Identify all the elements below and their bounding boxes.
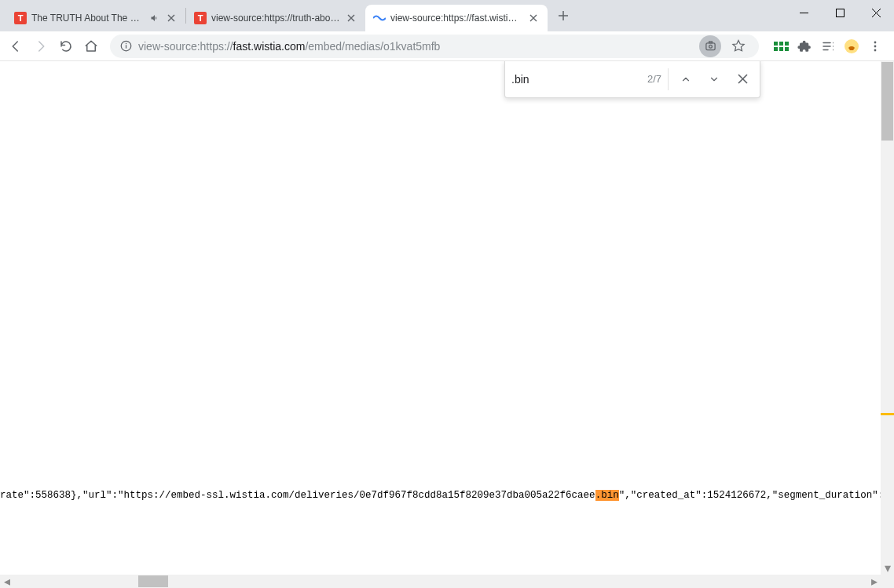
tab-1[interactable]: T The TRUTH About The Ketog <box>6 5 185 31</box>
toolbar: view-source:https://fast.wistia.com/embe… <box>0 31 894 61</box>
close-icon[interactable] <box>527 12 540 24</box>
home-button[interactable] <box>80 35 102 57</box>
source-code-line[interactable]: rate":558638},"url":"https://embed-ssl.w… <box>0 490 894 501</box>
tab-strip: T The TRUTH About The Ketog T view-sourc… <box>0 0 574 31</box>
omnibox-actions <box>699 35 749 57</box>
url-prefix: view-source:https:// <box>138 40 233 53</box>
bookmark-star-icon[interactable] <box>727 35 749 57</box>
scroll-left-arrow-icon[interactable]: ◂ <box>0 575 13 588</box>
extensions-area <box>767 37 889 56</box>
reload-button[interactable] <box>55 35 77 57</box>
lens-icon[interactable] <box>699 35 721 57</box>
find-in-page-bar: 2/7 <box>504 61 760 98</box>
new-tab-button[interactable] <box>552 5 574 27</box>
horizontal-scrollbar[interactable]: ◂ ▸ <box>0 575 881 588</box>
chrome-menu-icon[interactable] <box>866 37 885 56</box>
tab-title: The TRUTH About The Ketog <box>31 13 145 24</box>
tab-3-active[interactable]: view-source:https://fast.wistia.co <box>365 5 548 31</box>
favicon-t-icon: T <box>14 12 27 24</box>
scroll-down-arrow-icon[interactable]: ▾ <box>881 561 894 575</box>
minimize-button[interactable] <box>786 0 822 25</box>
findbar-scroll-marker <box>881 413 894 415</box>
close-window-button[interactable] <box>858 0 894 25</box>
close-icon[interactable] <box>165 12 178 24</box>
find-close-button[interactable] <box>731 68 753 90</box>
svg-point-8 <box>874 41 877 43</box>
svg-point-5 <box>709 45 712 48</box>
url-path: /embed/medias/o1kvat5mfb <box>305 40 440 53</box>
source-before: rate":558638},"url":"https://embed-ssl.w… <box>0 490 595 501</box>
back-button[interactable] <box>5 35 27 57</box>
favicon-wistia-icon <box>373 12 386 24</box>
audio-icon[interactable] <box>149 13 160 24</box>
vertical-scroll-thumb[interactable] <box>881 62 893 141</box>
find-input-wrap: 2/7 <box>511 73 661 86</box>
titlebar: T The TRUTH About The Ketog T view-sourc… <box>0 0 894 31</box>
window-controls <box>786 0 894 25</box>
browser-window: T The TRUTH About The Ketog T view-sourc… <box>0 0 894 588</box>
find-input[interactable] <box>511 73 606 86</box>
scroll-right-arrow-icon[interactable]: ▸ <box>867 575 881 588</box>
tab-2[interactable]: T view-source:https://truth-about- <box>186 5 365 31</box>
extensions-puzzle-icon[interactable] <box>795 37 814 56</box>
maximize-button[interactable] <box>822 0 858 25</box>
tab-title: view-source:https://fast.wistia.co <box>390 13 522 24</box>
page-content: 2/7 rate":558638},"url":"https://embed-s… <box>0 61 894 588</box>
reading-list-icon[interactable] <box>819 37 837 56</box>
svg-point-10 <box>874 49 877 51</box>
extension-dino-icon[interactable] <box>842 37 861 56</box>
omnibox[interactable]: view-source:https://fast.wistia.com/embe… <box>110 35 759 58</box>
find-prev-button[interactable] <box>675 68 697 90</box>
tab-title: view-source:https://truth-about- <box>211 13 340 24</box>
svg-point-9 <box>874 45 877 47</box>
url-text: view-source:https://fast.wistia.com/embe… <box>138 40 693 53</box>
find-match-count: 2/7 <box>647 73 661 85</box>
svg-point-3 <box>125 43 126 45</box>
favicon-t-icon: T <box>194 12 207 24</box>
forward-button[interactable] <box>30 35 52 57</box>
svg-rect-0 <box>836 9 844 16</box>
svg-rect-6 <box>709 42 712 43</box>
separator <box>668 68 669 90</box>
scrollbar-corner <box>881 575 894 588</box>
extension-grid-icon[interactable] <box>771 37 790 56</box>
source-after: ","created_at":1524126672,"segment_durat… <box>619 490 894 501</box>
find-next-button[interactable] <box>703 68 725 90</box>
svg-rect-4 <box>705 43 714 50</box>
close-icon[interactable] <box>345 12 357 24</box>
vertical-scrollbar[interactable]: ▴ ▾ <box>881 61 894 575</box>
horizontal-scroll-thumb[interactable] <box>138 575 168 587</box>
site-info-icon[interactable] <box>119 40 132 53</box>
url-host: fast.wistia.com <box>233 40 306 53</box>
find-match-highlight: .bin <box>595 490 619 501</box>
